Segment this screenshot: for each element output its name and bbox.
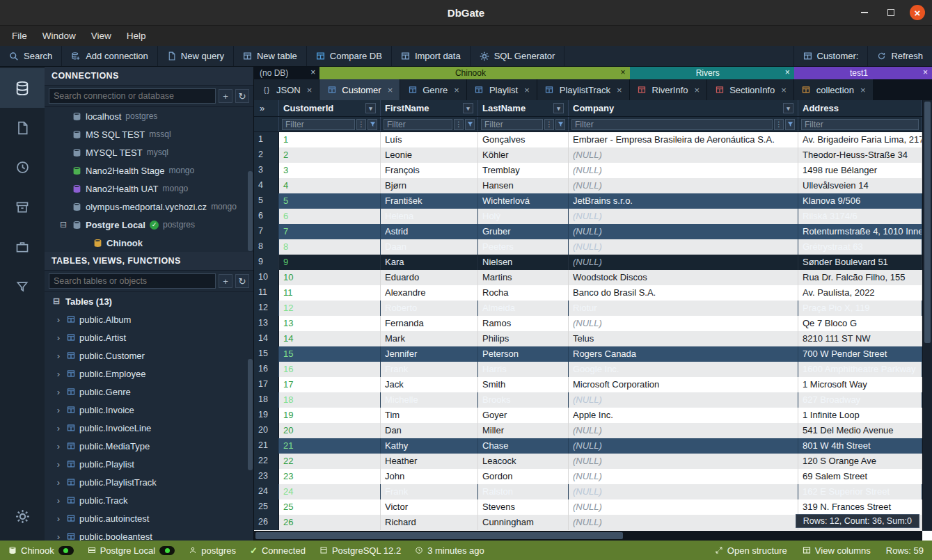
cell-firstname[interactable]: Bjørn bbox=[381, 178, 478, 193]
cell-firstname[interactable]: Tim bbox=[381, 408, 478, 423]
vertical-scrollbar-thumb[interactable] bbox=[924, 102, 931, 343]
nav-history-icon[interactable] bbox=[0, 147, 45, 187]
filter-funnel-icon[interactable] bbox=[465, 119, 475, 130]
cell-company[interactable]: (NULL) bbox=[569, 255, 798, 270]
cell-company[interactable]: (NULL) bbox=[569, 224, 798, 239]
cell-lastname[interactable]: Tremblay bbox=[478, 163, 569, 178]
cell-customerid[interactable]: 18 bbox=[279, 392, 381, 408]
cell-address[interactable]: 120 S Orange Ave bbox=[798, 454, 922, 469]
row-number[interactable]: 6 bbox=[254, 209, 279, 224]
close-icon[interactable] bbox=[621, 67, 626, 77]
connection-item[interactable]: localhost postgres bbox=[45, 107, 253, 125]
cell-customerid[interactable]: 7 bbox=[279, 224, 381, 239]
filter-input[interactable] bbox=[481, 119, 543, 130]
cell-company[interactable]: (NULL) bbox=[569, 239, 798, 255]
table-row[interactable]: 24 24 Frank Ralston (NULL) 162 E Superio… bbox=[254, 484, 932, 499]
row-number[interactable]: 7 bbox=[254, 224, 279, 239]
cell-firstname[interactable]: Mark bbox=[381, 331, 478, 346]
connections-search-input[interactable] bbox=[49, 88, 216, 104]
tab[interactable]: collection bbox=[794, 79, 874, 100]
row-number[interactable]: 19 bbox=[254, 408, 279, 423]
row-number[interactable]: 23 bbox=[254, 469, 279, 484]
column-header[interactable]: CustomerId bbox=[279, 100, 381, 116]
cell-lastname[interactable]: Leacock bbox=[478, 454, 569, 469]
cell-customerid[interactable]: 1 bbox=[279, 132, 381, 147]
table-tree-item[interactable]: public.Invoice bbox=[45, 401, 253, 419]
tab[interactable]: JSON bbox=[254, 79, 319, 100]
cell-address[interactable]: Rua Dr. Falcão Filho, 155 bbox=[798, 270, 922, 285]
column-header[interactable]: LastName bbox=[478, 100, 569, 116]
row-number[interactable]: 17 bbox=[254, 377, 279, 392]
tab-group-header[interactable]: Chinook bbox=[319, 67, 629, 79]
filter-menu-icon[interactable] bbox=[774, 119, 784, 130]
cell-lastname[interactable]: Smith bbox=[478, 377, 569, 392]
cell-customerid[interactable]: 16 bbox=[279, 362, 381, 377]
cell-firstname[interactable]: Richard bbox=[381, 515, 478, 530]
cell-lastname[interactable]: Ramos bbox=[478, 316, 569, 331]
tab-close-icon[interactable] bbox=[695, 85, 700, 95]
cell-firstname[interactable]: František bbox=[381, 193, 478, 209]
tab[interactable]: PlaylistTrack bbox=[537, 79, 630, 100]
cell-lastname[interactable]: Martins bbox=[478, 270, 569, 285]
cell-address[interactable]: 1498 rue Bélanger bbox=[798, 163, 922, 178]
cell-firstname[interactable]: Kara bbox=[381, 255, 478, 270]
row-number[interactable]: 3 bbox=[254, 163, 279, 178]
filter-input[interactable] bbox=[384, 119, 452, 130]
menu-item[interactable]: File bbox=[4, 28, 35, 44]
table-tree-item[interactable]: public.Customer bbox=[45, 346, 253, 365]
cell-address[interactable]: Klanova 9/506 bbox=[798, 193, 922, 209]
settings-gear-icon[interactable] bbox=[0, 497, 45, 536]
cell-company[interactable]: Banco do Brasil S.A. bbox=[569, 285, 798, 301]
connections-refresh-button[interactable] bbox=[235, 89, 249, 103]
cell-customerid[interactable]: 2 bbox=[279, 147, 381, 163]
table-row[interactable]: 8 8 Daan Peeters (NULL) Grétrystraat 63 bbox=[254, 239, 932, 255]
table-row[interactable]: 21 21 Kathy Chase (NULL) 801 W 4th Stree… bbox=[254, 438, 932, 454]
cell-company[interactable]: Microsoft Corporation bbox=[569, 377, 798, 392]
connection-item[interactable]: MYSQL TEST mysql bbox=[45, 143, 253, 161]
row-number[interactable]: 1 bbox=[254, 132, 279, 147]
table-tree-item[interactable]: public.MediaType bbox=[45, 437, 253, 455]
column-header[interactable]: Company bbox=[569, 100, 798, 116]
cell-customerid[interactable]: 11 bbox=[279, 285, 381, 301]
cell-customerid[interactable]: 12 bbox=[279, 301, 381, 316]
row-number[interactable]: 21 bbox=[254, 438, 279, 454]
row-number[interactable]: 14 bbox=[254, 331, 279, 346]
cell-address[interactable]: Theodor-Heuss-Straße 34 bbox=[798, 147, 922, 163]
table-row[interactable]: 17 17 Jack Smith Microsoft Corporation 1… bbox=[254, 377, 932, 392]
collapse-icon[interactable] bbox=[52, 296, 61, 306]
cell-address[interactable]: Rotenturmstraße 4, 1010 Innere Stadt bbox=[798, 224, 922, 239]
cell-customerid[interactable]: 21 bbox=[279, 438, 381, 454]
cell-lastname[interactable]: Gonçalves bbox=[478, 132, 569, 147]
cell-company[interactable]: (NULL) bbox=[569, 163, 798, 178]
cell-customerid[interactable]: 10 bbox=[279, 270, 381, 285]
cell-address[interactable]: 319 N. Frances Street bbox=[798, 499, 922, 515]
cell-lastname[interactable]: Almeida bbox=[478, 301, 569, 316]
row-number[interactable]: 16 bbox=[254, 362, 279, 377]
cell-company[interactable]: (NULL) bbox=[569, 316, 798, 331]
table-tree-item[interactable]: public.Artist bbox=[45, 328, 253, 346]
cell-customerid[interactable]: 15 bbox=[279, 346, 381, 362]
tab-close-icon[interactable] bbox=[388, 85, 393, 95]
cell-customerid[interactable]: 17 bbox=[279, 377, 381, 392]
filter-menu-icon[interactable] bbox=[544, 119, 554, 130]
maximize-button[interactable] bbox=[883, 5, 899, 20]
filter-funnel-icon[interactable] bbox=[555, 119, 565, 130]
row-number[interactable]: 13 bbox=[254, 316, 279, 331]
menu-item[interactable]: View bbox=[84, 28, 119, 44]
table-row[interactable]: 1 1 Luís Gonçalves Embraer - Empresa Bra… bbox=[254, 132, 932, 147]
table-row[interactable]: 14 14 Mark Philips Telus 8210 111 ST NW bbox=[254, 331, 932, 346]
cell-company[interactable]: (NULL) bbox=[569, 147, 798, 163]
filter-menu-icon[interactable] bbox=[356, 119, 366, 130]
cell-company[interactable]: (NULL) bbox=[569, 392, 798, 408]
cell-firstname[interactable]: John bbox=[381, 469, 478, 484]
filter-input[interactable] bbox=[571, 119, 773, 130]
tab-group-header[interactable]: Rivers bbox=[630, 67, 794, 79]
open-structure-button[interactable]: Open structure bbox=[715, 545, 787, 556]
cell-address[interactable]: 162 E Superior Street bbox=[798, 484, 922, 499]
connections-scrollbar-thumb[interactable] bbox=[248, 171, 253, 251]
tab-close-icon[interactable] bbox=[307, 85, 313, 95]
tables-scrollbar-thumb[interactable] bbox=[248, 359, 253, 470]
cell-address[interactable]: Qe 7 Bloco G bbox=[798, 316, 922, 331]
cell-customerid[interactable]: 5 bbox=[279, 193, 381, 209]
tables-search-input[interactable] bbox=[49, 273, 216, 289]
